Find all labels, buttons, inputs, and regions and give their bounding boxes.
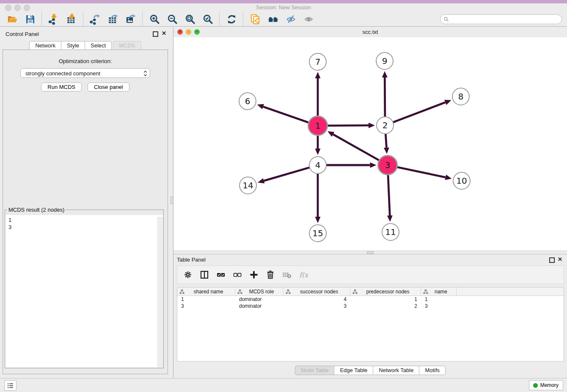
- horizontal-splitter[interactable]: [173, 251, 567, 254]
- search-icon: [443, 17, 449, 22]
- export-image-button[interactable]: [122, 13, 140, 26]
- table-cell[interactable]: 3: [284, 303, 350, 309]
- table-cell[interactable]: 1: [350, 296, 421, 303]
- table-cell[interactable]: dominator: [235, 303, 284, 309]
- control-panel: Control Panel ✕ NetworkStyleSelectMCDS O…: [0, 27, 171, 378]
- delete-table-button: [282, 270, 292, 280]
- add-row-button[interactable]: [249, 270, 259, 280]
- column-header-shared-name[interactable]: shared name: [177, 287, 235, 295]
- network-graph: 1234678910111415: [173, 37, 567, 251]
- graph-node-2[interactable]: 2: [377, 117, 394, 134]
- mcds-tab-content: Optimization criterion: strongly connect…: [3, 50, 168, 374]
- table-cell[interactable]: 3: [421, 303, 457, 309]
- svg-text:11: 11: [385, 227, 396, 237]
- graph-edge-3-1[interactable]: [328, 131, 388, 165]
- graph-edge-4-14[interactable]: [258, 165, 318, 183]
- graph-node-4[interactable]: 4: [309, 157, 326, 174]
- network-view-window: ✕ − + scc.txt 1234678910111415: [173, 27, 567, 251]
- close-panel-button[interactable]: Close panel: [88, 83, 129, 91]
- table-settings-button[interactable]: [183, 270, 193, 280]
- export-network-button[interactable]: [86, 13, 104, 26]
- table-cell[interactable]: dominator: [235, 296, 284, 303]
- show-panel-button[interactable]: [300, 13, 317, 26]
- import-network-button[interactable]: [45, 13, 63, 26]
- tab-network[interactable]: Network: [29, 41, 61, 50]
- mcds-result-group: MCDS result (2 nodes) 13: [5, 207, 164, 368]
- hide-panel-button[interactable]: [282, 13, 300, 26]
- tab-style[interactable]: Style: [61, 41, 85, 50]
- tab-node-table[interactable]: Node Table: [295, 366, 335, 375]
- graph-node-7[interactable]: 7: [309, 53, 326, 70]
- graph-node-15[interactable]: 15: [309, 225, 326, 242]
- column-header-MCDS-role[interactable]: MCDS role: [235, 287, 284, 295]
- table-cell[interactable]: 1: [177, 296, 235, 303]
- search-box[interactable]: [440, 14, 562, 24]
- graph-node-11[interactable]: 11: [382, 224, 399, 240]
- zoom-out-icon: [167, 14, 178, 25]
- close-panel-icon[interactable]: ✕: [558, 256, 562, 262]
- attribute-type-icon: [286, 289, 291, 294]
- save-session-button[interactable]: [21, 13, 39, 26]
- network-window-titlebar[interactable]: ✕ − + scc.txt: [173, 27, 567, 38]
- function-builder-button: f(x): [298, 270, 308, 280]
- export-table-button[interactable]: [104, 13, 122, 26]
- table-cell[interactable]: 2: [350, 303, 421, 309]
- column-header-filler: [457, 287, 564, 295]
- float-panel-icon[interactable]: [549, 257, 555, 263]
- zoom-in-button[interactable]: [146, 13, 163, 26]
- memory-button[interactable]: Memory: [529, 380, 563, 390]
- table-row[interactable]: 3dominator323: [177, 303, 564, 309]
- select-all-button[interactable]: [216, 270, 226, 280]
- columns-button[interactable]: [199, 270, 209, 280]
- network-canvas[interactable]: 1234678910111415: [173, 37, 567, 251]
- dropdown-stepper-icon: [143, 70, 148, 77]
- graph-node-3[interactable]: 3: [378, 156, 397, 175]
- open-session-button[interactable]: [3, 13, 21, 26]
- deselect-all-button[interactable]: [232, 270, 242, 280]
- optimization-criterion-label: Optimization criterion:: [3, 58, 168, 64]
- search-input[interactable]: [449, 16, 561, 22]
- float-panel-icon[interactable]: [153, 31, 158, 37]
- zoom-out-button[interactable]: [163, 13, 181, 26]
- table-cell[interactable]: 4: [284, 296, 350, 303]
- graph-node-14[interactable]: 14: [239, 177, 256, 194]
- graph-node-6[interactable]: 6: [239, 93, 256, 110]
- toolbar-separator: [243, 12, 244, 26]
- column-header-successor-nodes[interactable]: successor nodes: [284, 287, 350, 295]
- export-network-icon: [90, 14, 101, 25]
- copy-network-button[interactable]: [246, 13, 264, 26]
- zoom-fit-button[interactable]: [181, 13, 199, 26]
- table-cell[interactable]: 1: [421, 296, 457, 303]
- delete-row-button[interactable]: [265, 270, 275, 280]
- toolbar-separator: [142, 12, 143, 26]
- result-scrollbar[interactable]: [157, 217, 163, 367]
- import-table-button[interactable]: [63, 13, 80, 26]
- app-titlebar: Session: New Session: [0, 3, 567, 12]
- tab-mcds[interactable]: MCDS: [113, 41, 141, 50]
- column-header-name[interactable]: name: [421, 287, 457, 295]
- run-mcds-button[interactable]: Run MCDS: [41, 83, 82, 91]
- tab-motifs[interactable]: Motifs: [419, 366, 446, 375]
- tab-edge-table[interactable]: Edge Table: [334, 366, 373, 375]
- table-row[interactable]: 1dominator411: [177, 296, 564, 303]
- criterion-dropdown[interactable]: strongly connected component: [20, 68, 150, 78]
- mcds-result-box[interactable]: 13: [6, 215, 163, 367]
- refresh-button[interactable]: [223, 13, 240, 26]
- delete-row-icon: [265, 270, 275, 280]
- tab-select[interactable]: Select: [85, 41, 112, 50]
- graph-node-1[interactable]: 1: [308, 116, 328, 135]
- tab-network-table[interactable]: Network Table: [373, 366, 419, 375]
- home-button[interactable]: [264, 13, 282, 26]
- graph-node-9[interactable]: 9: [376, 52, 393, 69]
- splitter-handle[interactable]: [367, 251, 374, 254]
- graph-node-10[interactable]: 10: [453, 172, 470, 189]
- graph-edge-2-8[interactable]: [385, 100, 451, 125]
- close-panel-icon[interactable]: ✕: [162, 30, 166, 36]
- result-line: 3: [6, 224, 163, 231]
- graph-node-8[interactable]: 8: [452, 88, 469, 105]
- table-cell[interactable]: 3: [177, 303, 235, 309]
- show-task-history-button[interactable]: [4, 380, 17, 391]
- toolbar-separator: [41, 12, 42, 26]
- zoom-selected-button[interactable]: [199, 13, 217, 26]
- column-header-predecessor-nodes[interactable]: predecessor nodes: [350, 287, 421, 295]
